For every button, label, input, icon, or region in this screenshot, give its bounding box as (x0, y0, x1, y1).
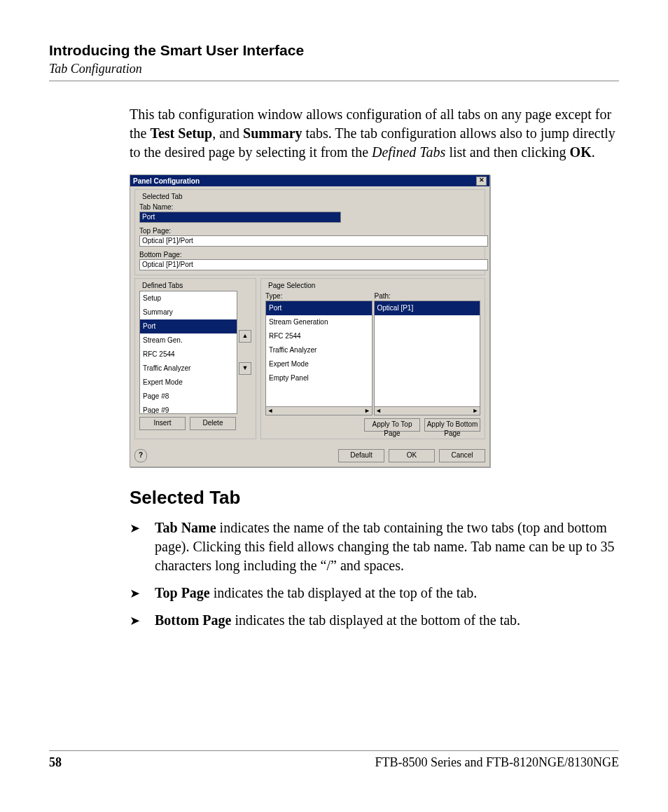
list-item[interactable]: RFC 2544 (140, 347, 237, 362)
panel-configuration-dialog: Panel Configuration ✕ Selected Tab Tab N… (130, 174, 490, 467)
path-label: Path: (375, 292, 481, 300)
text: , and (212, 125, 243, 141)
path-list[interactable]: Optical [P1] (374, 301, 481, 407)
list-item[interactable]: Page #9 (140, 404, 237, 414)
page-number: 58 (49, 755, 62, 770)
defined-tabs-list[interactable]: Setup Summary Port Stream Gen. RFC 2544 … (139, 291, 237, 414)
help-button[interactable]: ? (134, 449, 147, 462)
list-item[interactable]: Expert Mode (140, 376, 237, 390)
page-selection-group: Page Selection Type: Path: Port Stream G… (260, 278, 485, 439)
type-label: Type: (265, 292, 372, 300)
text: indicates the name of the tab containing… (155, 520, 614, 573)
scroll-left-icon[interactable]: ◄ (266, 407, 274, 415)
close-icon[interactable]: ✕ (476, 177, 487, 186)
text-bold: Tab Name (155, 520, 216, 535)
list-item[interactable]: Summary (140, 305, 237, 319)
bullet-item: Tab Name indicates the name of the tab c… (130, 518, 619, 575)
selected-tab-heading: Selected Tab (130, 487, 619, 509)
chapter-title: Introducing the Smart User Interface (49, 42, 619, 59)
dialog-titlebar: Panel Configuration ✕ (130, 175, 489, 186)
text: . (592, 144, 595, 160)
insert-button[interactable]: Insert (139, 417, 186, 430)
text: indicates the tab displayed at the top o… (210, 585, 478, 600)
text-bold: OK (570, 144, 592, 160)
list-item[interactable]: Traffic Analyzer (266, 343, 372, 357)
text-bold: Summary (243, 125, 302, 141)
dialog-title: Panel Configuration (133, 177, 200, 185)
list-item[interactable]: RFC 2544 (266, 329, 372, 343)
scroll-right-icon[interactable]: ► (471, 407, 480, 415)
page-footer: 58 FTB-8500 Series and FTB-8120NGE/8130N… (49, 750, 619, 770)
bottom-page-label: Bottom Page: (139, 251, 480, 259)
default-button[interactable]: Default (338, 449, 384, 462)
header-rule (49, 81, 619, 81)
delete-button[interactable]: Delete (190, 417, 236, 430)
tab-name-input[interactable]: Port (139, 212, 341, 223)
text: list and then clicking (445, 144, 569, 160)
page-selection-legend: Page Selection (267, 282, 316, 289)
list-item[interactable]: Port (140, 319, 237, 333)
path-scrollbar[interactable]: ◄ ► (374, 407, 481, 415)
scroll-right-icon[interactable]: ► (363, 407, 372, 415)
top-page-label: Top Page: (139, 227, 480, 235)
move-up-button[interactable]: ▲ (239, 330, 251, 343)
list-item[interactable]: Stream Generation (266, 315, 372, 329)
intro-paragraph: This tab configuration window allows con… (130, 105, 619, 162)
type-list[interactable]: Port Stream Generation RFC 2544 Traffic … (265, 301, 373, 407)
list-item[interactable]: Stream Gen. (140, 333, 237, 347)
defined-tabs-group: Defined Tabs Setup Summary Port Stream G… (134, 278, 256, 439)
apply-bottom-page-button[interactable]: Apply To Bottom Page (424, 418, 480, 432)
list-item[interactable]: Traffic Analyzer (140, 362, 237, 376)
list-item[interactable]: Page #8 (140, 390, 237, 404)
text-bold: Top Page (155, 585, 210, 600)
text-bold: Bottom Page (155, 612, 231, 628)
text: indicates the tab displayed at the botto… (231, 612, 520, 628)
defined-tabs-legend: Defined Tabs (141, 282, 184, 289)
ok-button[interactable]: OK (389, 449, 435, 462)
tab-name-label: Tab Name: (139, 203, 480, 211)
scroll-left-icon[interactable]: ◄ (375, 407, 383, 415)
list-item[interactable]: Optical [P1] (375, 301, 480, 315)
list-item[interactable]: Empty Panel (266, 371, 372, 385)
cancel-button[interactable]: Cancel (439, 449, 485, 462)
apply-top-page-button[interactable]: Apply To Top Page (364, 418, 420, 432)
product-name: FTB-8500 Series and FTB-8120NGE/8130NGE (375, 755, 619, 770)
top-page-field[interactable]: Optical [P1]/Port (139, 235, 488, 247)
text-bold: Test Setup (150, 125, 212, 141)
list-item[interactable]: Expert Mode (266, 357, 372, 371)
bottom-page-field[interactable]: Optical [P1]/Port (139, 259, 488, 270)
list-item[interactable]: Port (266, 301, 372, 315)
type-scrollbar[interactable]: ◄ ► (265, 407, 373, 415)
section-title: Tab Configuration (49, 62, 619, 76)
selected-tab-group: Selected Tab Tab Name: Port Top Page: Op… (134, 189, 485, 275)
bullet-item: Top Page indicates the tab displayed at … (130, 584, 619, 603)
bullet-item: Bottom Page indicates the tab displayed … (130, 611, 619, 630)
move-down-button[interactable]: ▼ (239, 362, 251, 375)
selected-tab-legend: Selected Tab (141, 193, 184, 200)
list-item[interactable]: Setup (140, 291, 237, 305)
text-italic: Defined Tabs (372, 144, 445, 160)
